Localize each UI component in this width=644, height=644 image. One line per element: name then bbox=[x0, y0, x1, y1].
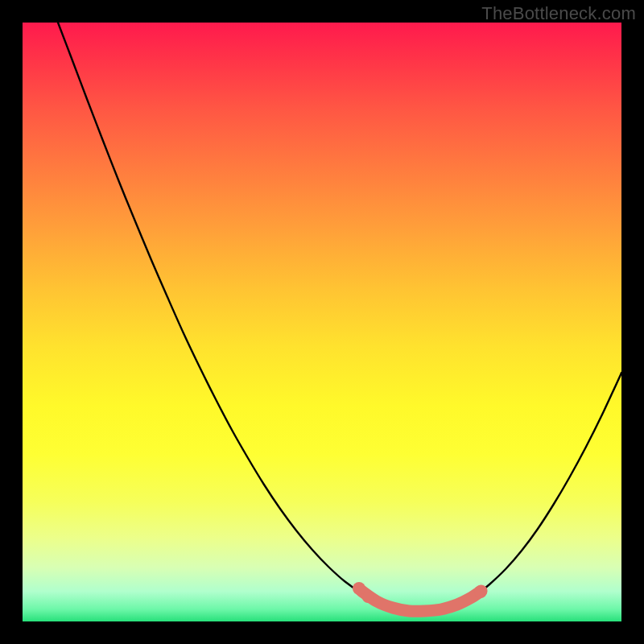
bottleneck-curve bbox=[58, 23, 621, 612]
highlight-dot bbox=[362, 592, 374, 603]
bottleneck-curve-plot bbox=[23, 23, 621, 621]
chart-frame bbox=[23, 23, 621, 621]
highlight-dot bbox=[474, 585, 487, 598]
highlight-dot bbox=[353, 582, 365, 595]
watermark-text: TheBottleneck.com bbox=[481, 3, 636, 24]
optimal-range-highlight bbox=[361, 591, 481, 611]
